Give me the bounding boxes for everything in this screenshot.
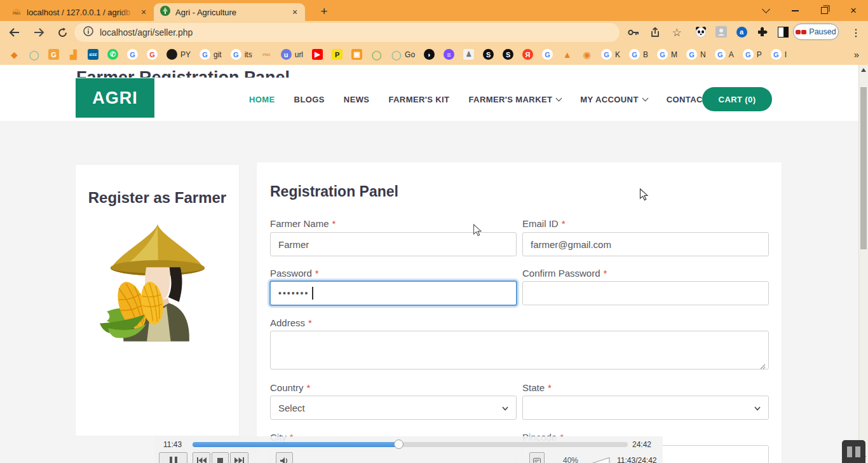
bookmark-star-icon[interactable]: ☆ [668, 24, 685, 41]
s-black-1-icon: S [483, 49, 494, 60]
bookmark-google-3[interactable]: G [542, 49, 553, 60]
email-input[interactable] [522, 232, 769, 256]
nav-farmer-s-market[interactable]: FARMER'S MARKET [468, 95, 561, 104]
nav-my-account[interactable]: MY ACCOUNT [580, 95, 647, 104]
forward-button[interactable] [31, 24, 47, 41]
a-extension-icon[interactable]: a [735, 25, 749, 39]
bookmark-phpmyadmin[interactable]: PMA [261, 49, 272, 60]
bookmark-google-its[interactable]: Gits [231, 49, 252, 60]
site-logo[interactable]: AGRI [76, 78, 154, 118]
bookmark-orange-g-box[interactable]: G [48, 49, 59, 60]
tab-phpmyadmin[interactable]: PMA localhost / 127.0.0.1 / agridb / pr … [5, 3, 154, 21]
skip-back-icon [197, 457, 207, 463]
bookmark-green-ring[interactable]: ◯ [371, 49, 382, 60]
bookmark-google-a[interactable]: GA [715, 49, 734, 60]
password-key-icon[interactable] [625, 24, 642, 41]
cart-button[interactable]: CART (0) [702, 87, 772, 111]
bookmark-purple-app[interactable]: ≡ [444, 49, 454, 60]
address-textarea[interactable] [270, 331, 769, 370]
bookmark-youtube[interactable]: ▶ [312, 49, 323, 60]
state-select[interactable] [522, 396, 769, 420]
tab-search-chevron-icon[interactable] [751, 0, 780, 21]
farmer-name-input[interactable] [270, 232, 517, 256]
share-icon[interactable] [647, 24, 663, 41]
browser-menu-icon[interactable]: ⋮ [848, 24, 864, 41]
agri-site-icon [160, 6, 170, 18]
player-progress-bar[interactable] [193, 442, 628, 447]
bookmark-duck[interactable]: ◗ [424, 49, 435, 60]
bookmark-github-py[interactable]: PY [166, 49, 191, 60]
tab-close-icon[interactable]: × [290, 7, 300, 17]
bookmark-s-black-2[interactable]: S [503, 49, 513, 60]
scrollbar-thumb[interactable] [860, 87, 867, 249]
bookmark-screen-recorder[interactable]: ▣ [351, 49, 362, 60]
bookmark-url-tool[interactable]: uurl [281, 49, 303, 60]
bookmark-google-git[interactable]: Ggit [200, 49, 222, 60]
panda-extension-icon[interactable] [694, 25, 708, 39]
scrollbar-up-arrow[interactable] [861, 68, 866, 72]
chevron-down-icon [502, 406, 508, 411]
country-select[interactable]: Select [270, 396, 517, 420]
bookmark-whatsapp[interactable]: ✆ [107, 49, 118, 60]
nav-home[interactable]: HOME [249, 95, 275, 104]
bookmark-s-black-1[interactable]: S [483, 49, 494, 60]
player-skip-back-button[interactable] [193, 452, 210, 463]
bookmark-analytics-bars[interactable]: ▟ [68, 49, 79, 60]
bookmark-google-b[interactable]: GB [629, 49, 648, 60]
bookmark-google-n[interactable]: GN [686, 49, 706, 60]
new-tab-button[interactable]: + [316, 4, 332, 19]
volume-ramp-icon[interactable] [588, 456, 610, 463]
nav-news[interactable]: NEWS [344, 95, 370, 104]
person-extension-icon[interactable] [714, 25, 728, 39]
confirm-password-input[interactable] [522, 281, 769, 305]
bookmark-google-m[interactable]: GM [657, 49, 677, 60]
text-caret [312, 287, 313, 300]
bookmark-google-p[interactable]: GP [743, 49, 762, 60]
bookmark-google-2[interactable]: G [147, 49, 158, 60]
player-progress-handle[interactable] [394, 439, 403, 449]
ieee-icon: IEEE [88, 49, 98, 60]
go-teal-icon: ◯ [391, 49, 402, 60]
svg-text:PMA: PMA [13, 11, 20, 15]
player-stop-button[interactable] [212, 452, 229, 463]
bookmarks-overflow-icon[interactable]: » [854, 49, 859, 60]
bookmark-teal-ring[interactable]: ◯ [29, 49, 39, 60]
bookmark-google-i[interactable]: GI [771, 49, 787, 60]
back-button[interactable] [6, 24, 23, 41]
player-volume-button[interactable] [276, 452, 293, 463]
bookmark-google-1[interactable]: G [127, 49, 138, 60]
close-window-button[interactable]: × [839, 0, 868, 21]
player-duration: 24:42 [632, 440, 651, 449]
google-1-icon: G [127, 49, 138, 60]
corner-pause-button[interactable] [842, 440, 865, 463]
sidepanel-extension-icon[interactable] [776, 25, 790, 39]
url-text: localhost/agri/seller.php [100, 27, 193, 38]
phpmyadmin-icon: PMA [261, 49, 272, 60]
nav-farmer-s-kit[interactable]: FARMER'S KIT [388, 95, 449, 104]
player-pause-button[interactable] [159, 452, 187, 463]
player-skip-forward-button[interactable] [230, 452, 248, 463]
tab-agri[interactable]: Agri - Agriculture × [154, 3, 305, 21]
bookmark-diamond[interactable]: ◆ [9, 49, 20, 60]
site-info-icon[interactable] [83, 26, 93, 39]
bookmark-sketch-person[interactable]: ♟ [463, 49, 474, 60]
extensions-puzzle-icon[interactable] [755, 25, 769, 39]
nav-blogs[interactable]: BLOGS [294, 95, 325, 104]
bookmark-yandex[interactable]: Я [522, 49, 533, 60]
bookmark-ieee[interactable]: IEEE [88, 49, 98, 60]
password-input[interactable] [270, 281, 517, 305]
player-captions-button[interactable] [529, 452, 545, 463]
state-label: State* [522, 382, 552, 393]
minimize-button[interactable] [780, 0, 810, 21]
bookmark-p-yellow[interactable]: P [332, 49, 342, 60]
bookmark-google-k[interactable]: GK [601, 49, 620, 60]
maximize-button[interactable] [810, 0, 839, 21]
bookmark-matlab[interactable]: ▲ [562, 49, 573, 60]
reload-button[interactable] [54, 24, 71, 41]
tab-close-icon[interactable]: × [139, 7, 149, 17]
bookmark-go-teal[interactable]: ◯Go [391, 49, 415, 60]
page-scrollbar[interactable] [858, 65, 868, 463]
bookmark-eye-orange[interactable]: ◉ [581, 49, 592, 60]
address-bar[interactable]: localhost/agri/seller.php [74, 23, 620, 42]
recorder-paused-badge[interactable]: Paused [793, 24, 839, 40]
